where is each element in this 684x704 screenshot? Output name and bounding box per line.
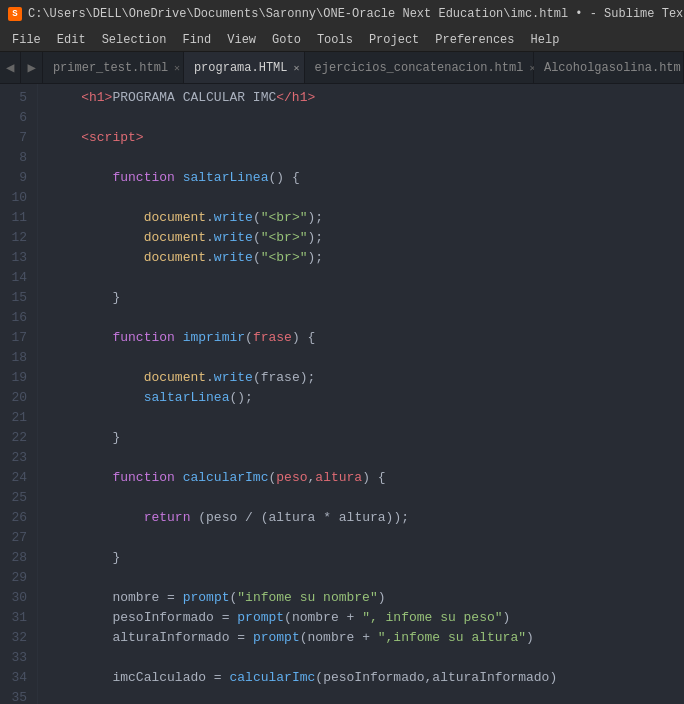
line-num: 33: [8, 648, 27, 668]
menu-tools[interactable]: Tools: [309, 31, 361, 49]
code-line-17: function imprimir(frase) {: [50, 328, 684, 348]
code-line-35: [50, 688, 684, 704]
menu-project[interactable]: Project: [361, 31, 427, 49]
tab-label: ejercicios_concatenacion.html: [315, 61, 524, 75]
line-num: 16: [8, 308, 27, 328]
line-num: 17: [8, 328, 27, 348]
code-line-31: pesoInformado = prompt(nombre + ", infom…: [50, 608, 684, 628]
line-num: 18: [8, 348, 27, 368]
menu-help[interactable]: Help: [523, 31, 568, 49]
line-num: 7: [8, 128, 27, 148]
tab-close-icon[interactable]: ✕: [174, 62, 180, 74]
code-line-13: document.write("<br>");: [50, 248, 684, 268]
code-line-7: <script>: [50, 128, 684, 148]
code-line-11: document.write("<br>");: [50, 208, 684, 228]
code-editor[interactable]: <h1>PROGRAMA CALCULAR IMC</h1> <script> …: [38, 84, 684, 704]
title-bar: S C:\Users\DELL\OneDrive\Documents\Saron…: [0, 0, 684, 28]
line-num: 10: [8, 188, 27, 208]
menu-view[interactable]: View: [219, 31, 264, 49]
line-num: 29: [8, 568, 27, 588]
code-line-16: [50, 308, 684, 328]
line-num: 19: [8, 368, 27, 388]
code-line-33: [50, 648, 684, 668]
editor-area[interactable]: 5 6 7 8 9 10 11 12 13 14 15 16 17 18 19 …: [0, 84, 684, 704]
line-num: 5: [8, 88, 27, 108]
code-line-18: [50, 348, 684, 368]
code-line-10: [50, 188, 684, 208]
code-line-20: saltarLinea();: [50, 388, 684, 408]
code-line-23: [50, 448, 684, 468]
line-num: 9: [8, 168, 27, 188]
line-num: 30: [8, 588, 27, 608]
code-line-12: document.write("<br>");: [50, 228, 684, 248]
menu-selection[interactable]: Selection: [94, 31, 175, 49]
code-line-8: [50, 148, 684, 168]
line-num: 13: [8, 248, 27, 268]
line-num: 15: [8, 288, 27, 308]
tab-next-button[interactable]: ▶: [21, 52, 42, 83]
line-num: 25: [8, 488, 27, 508]
tab-label: programa.HTML: [194, 61, 288, 75]
code-line-19: document.write(frase);: [50, 368, 684, 388]
menu-bar: File Edit Selection Find View Goto Tools…: [0, 28, 684, 52]
code-line-29: [50, 568, 684, 588]
line-num: 6: [8, 108, 27, 128]
menu-preferences[interactable]: Preferences: [427, 31, 522, 49]
code-line-5: <h1>PROGRAMA CALCULAR IMC</h1>: [50, 88, 684, 108]
tab-close-icon[interactable]: ✕: [294, 62, 300, 74]
code-line-28: }: [50, 548, 684, 568]
code-line-30: nombre = prompt("infome su nombre"): [50, 588, 684, 608]
line-num: 28: [8, 548, 27, 568]
line-num: 32: [8, 628, 27, 648]
line-num: 23: [8, 448, 27, 468]
line-num: 22: [8, 428, 27, 448]
line-num: 26: [8, 508, 27, 528]
code-line-21: [50, 408, 684, 428]
line-num: 31: [8, 608, 27, 628]
code-line-15: }: [50, 288, 684, 308]
code-line-14: [50, 268, 684, 288]
line-num: 12: [8, 228, 27, 248]
line-num: 21: [8, 408, 27, 428]
code-line-22: }: [50, 428, 684, 448]
title-text: C:\Users\DELL\OneDrive\Documents\Saronny…: [28, 7, 684, 21]
code-line-9: function saltarLinea() {: [50, 168, 684, 188]
tab-primer-test[interactable]: primer_test.html ✕: [43, 52, 184, 83]
menu-find[interactable]: Find: [174, 31, 219, 49]
code-line-6: [50, 108, 684, 128]
line-num: 20: [8, 388, 27, 408]
tab-prev-button[interactable]: ◀: [0, 52, 21, 83]
code-line-34: imcCalculado = calcularImc(pesoInformado…: [50, 668, 684, 688]
app-icon: S: [8, 7, 22, 21]
tab-label: primer_test.html: [53, 61, 168, 75]
line-numbers: 5 6 7 8 9 10 11 12 13 14 15 16 17 18 19 …: [0, 84, 38, 704]
line-num: 34: [8, 668, 27, 688]
tab-label: Alcoholgasolina.htm: [544, 61, 681, 75]
code-line-32: alturaInformado = prompt(nombre + ",info…: [50, 628, 684, 648]
line-num: 24: [8, 468, 27, 488]
line-num: 14: [8, 268, 27, 288]
code-line-25: [50, 488, 684, 508]
code-line-27: [50, 528, 684, 548]
line-num: 27: [8, 528, 27, 548]
line-num: 11: [8, 208, 27, 228]
menu-goto[interactable]: Goto: [264, 31, 309, 49]
code-line-24: function calcularImc(peso,altura) {: [50, 468, 684, 488]
tab-programa[interactable]: programa.HTML ✕: [184, 52, 305, 83]
line-num: 8: [8, 148, 27, 168]
code-line-26: return (peso / (altura * altura));: [50, 508, 684, 528]
menu-file[interactable]: File: [4, 31, 49, 49]
tab-bar: ◀ ▶ primer_test.html ✕ programa.HTML ✕ e…: [0, 52, 684, 84]
line-num: 35: [8, 688, 27, 704]
tab-alcohol[interactable]: Alcoholgasolina.htm: [534, 52, 684, 83]
tab-ejercicios[interactable]: ejercicios_concatenacion.html ✕: [305, 52, 534, 83]
menu-edit[interactable]: Edit: [49, 31, 94, 49]
